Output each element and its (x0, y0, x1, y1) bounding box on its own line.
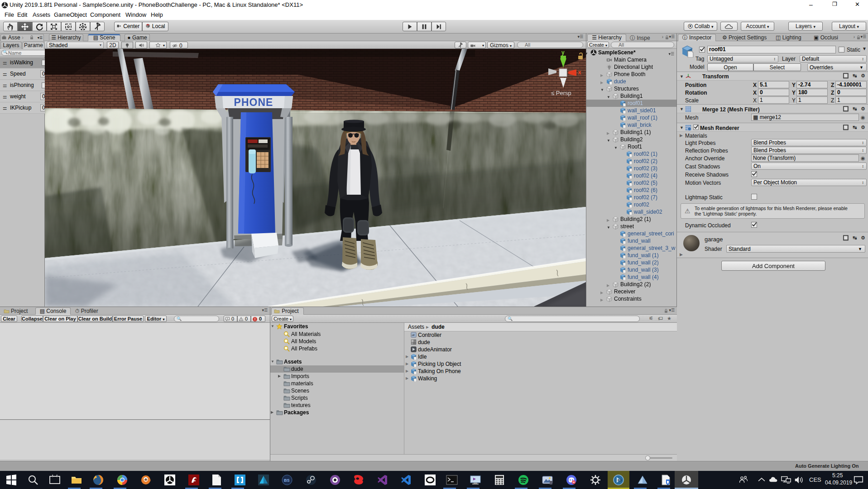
svg-text:PHONE: PHONE (234, 96, 273, 108)
svg-text:c#: c# (412, 334, 415, 336)
svg-text:BS: BS (618, 479, 622, 482)
svg-text:y: y (561, 49, 565, 56)
svg-text:BS: BS (284, 478, 290, 483)
svg-text:x: x (578, 69, 581, 76)
svg-text:≤ Persp: ≤ Persp (551, 90, 571, 96)
